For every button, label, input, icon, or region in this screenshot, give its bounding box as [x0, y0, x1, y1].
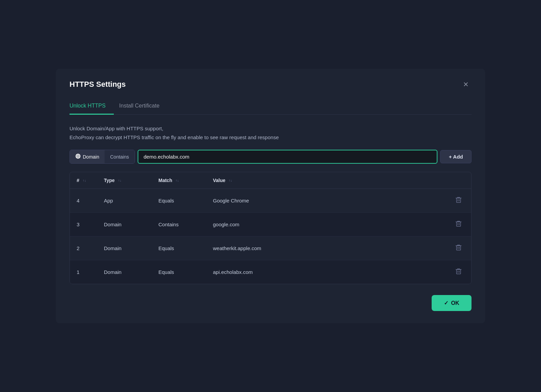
close-button[interactable]: ✕	[460, 80, 472, 89]
col-header-action	[446, 172, 471, 189]
delete-row-button[interactable]	[453, 195, 464, 206]
cell-type: Domain	[97, 260, 152, 284]
cell-num: 2	[70, 236, 97, 260]
sort-icon-match: ↑↓	[175, 179, 179, 182]
cell-match: Equals	[152, 236, 206, 260]
ok-button[interactable]: ✓ OK	[432, 295, 472, 311]
globe-icon	[75, 153, 81, 160]
input-row: Domain Contains + Add	[69, 150, 472, 164]
cell-value: weatherkit.apple.com	[206, 236, 446, 260]
col-header-num[interactable]: # ↑↓	[70, 172, 97, 189]
cell-num: 4	[70, 189, 97, 213]
delete-row-button[interactable]	[453, 243, 464, 254]
dialog-title: HTTPS Settings	[69, 80, 126, 89]
cell-type: Domain	[97, 213, 152, 236]
cell-type: Domain	[97, 236, 152, 260]
cell-num: 3	[70, 213, 97, 236]
add-button[interactable]: + Add	[440, 150, 472, 163]
svg-rect-14	[457, 270, 461, 274]
cell-match: Equals	[152, 189, 206, 213]
table-row: 3 Domain Contains google.com	[70, 213, 471, 236]
table-header-row: # ↑↓ Type ↑↓ Match ↑↓ Value ↑↓	[70, 172, 471, 189]
table-row: 4 App Equals Google Chrome	[70, 189, 471, 213]
checkmark-icon: ✓	[444, 300, 448, 306]
cell-action	[446, 236, 471, 260]
description-text: Unlock Domain/App with HTTPS support, Ec…	[69, 124, 472, 142]
type-domain-button[interactable]: Domain	[70, 150, 105, 163]
delete-row-button[interactable]	[453, 266, 464, 278]
col-header-type[interactable]: Type ↑↓	[97, 172, 152, 189]
tabs-container: Unlock HTTPS Install Certificate	[69, 99, 472, 115]
type-toggle: Domain Contains	[69, 150, 135, 164]
cell-match: Contains	[152, 213, 206, 236]
tab-install-certificate[interactable]: Install Certificate	[119, 99, 168, 115]
delete-row-button[interactable]	[453, 219, 464, 230]
cell-action	[446, 213, 471, 236]
cell-value: api.echolabx.com	[206, 260, 446, 284]
svg-rect-8	[457, 222, 461, 226]
entries-table-container: # ↑↓ Type ↑↓ Match ↑↓ Value ↑↓	[69, 172, 472, 284]
col-header-match[interactable]: Match ↑↓	[152, 172, 206, 189]
sort-icon-type: ↑↓	[118, 179, 122, 182]
sort-icon-value: ↑↓	[229, 179, 232, 182]
type-contains-button[interactable]: Contains	[105, 150, 134, 163]
cell-type: App	[97, 189, 152, 213]
https-settings-dialog: HTTPS Settings ✕ Unlock HTTPS Install Ce…	[56, 69, 485, 323]
entries-table: # ↑↓ Type ↑↓ Match ↑↓ Value ↑↓	[70, 172, 471, 284]
table-row: 1 Domain Equals api.echolabx.com	[70, 260, 471, 284]
cell-match: Equals	[152, 260, 206, 284]
tab-unlock-https[interactable]: Unlock HTTPS	[69, 99, 114, 115]
cell-action	[446, 189, 471, 213]
cell-value: Google Chrome	[206, 189, 446, 213]
svg-rect-11	[457, 246, 461, 250]
cell-action	[446, 260, 471, 284]
cell-value: google.com	[206, 213, 446, 236]
cell-num: 1	[70, 260, 97, 284]
dialog-header: HTTPS Settings ✕	[69, 80, 472, 89]
svg-rect-5	[457, 198, 461, 202]
dialog-footer: ✓ OK	[69, 295, 472, 311]
col-header-value[interactable]: Value ↑↓	[206, 172, 446, 189]
table-row: 2 Domain Equals weatherkit.apple.com	[70, 236, 471, 260]
sort-icon-num: ↑↓	[83, 179, 86, 182]
domain-input[interactable]	[138, 150, 438, 164]
